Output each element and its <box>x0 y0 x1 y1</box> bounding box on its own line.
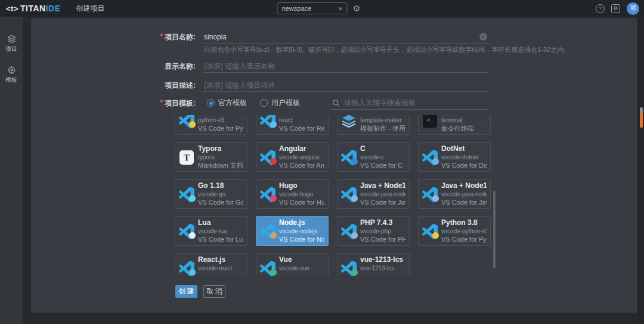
template-grid-scrollbar-thumb[interactable] <box>493 191 496 269</box>
template-grid-inner: python-v3VS Code for PythonreactVS Code … <box>175 115 493 276</box>
template-desc: VS Code for DotNet <box>441 161 487 170</box>
template-title: PHP 7.4.3 <box>360 218 405 227</box>
vscode-nodejs-icon <box>260 224 275 239</box>
template-name: vscode-go <box>198 190 243 198</box>
template-title: Node.js <box>279 218 324 227</box>
vscode-java-icon <box>422 187 438 202</box>
template-search <box>331 97 489 110</box>
workspace-gear-icon[interactable]: ⚙ <box>353 4 361 13</box>
project-name-hint: 只能包含小写字母[a-z]、数字[0-9]、破折号[-]，必须以小写字母开头，必… <box>204 45 570 54</box>
template-card[interactable]: >_terminal命令行终端 <box>418 115 491 135</box>
template-desc <box>279 272 324 276</box>
radio-user-template[interactable]: 用户模板 <box>260 98 300 108</box>
display-name-label: 显示名称: <box>120 61 196 72</box>
project-name-row: * 项目名称: × <box>31 30 637 44</box>
template-card[interactable]: Luavscode-luaVS Code for Lua <box>175 216 247 246</box>
template-name: vscode-java-node16 <box>441 190 487 198</box>
template-card[interactable]: Angularvscode-angularVS Code for Angular <box>256 142 329 172</box>
radio-unselected-icon <box>260 99 268 107</box>
template-name: vscode-nodejs <box>279 227 324 235</box>
template-desc: VS Code for Go 1.18 <box>198 198 243 207</box>
template-card[interactable]: PHP 7.4.3vscode-phpVS Code for PHP <box>337 216 410 246</box>
template-card[interactable]: React.jsvscode-react <box>175 253 247 276</box>
template-title: Java + Node16 <box>441 181 487 190</box>
template-desc: VS Code for React.js <box>279 124 324 133</box>
vscode-dotnet-icon <box>422 150 438 165</box>
project-name-label: * 项目名称: <box>120 32 196 42</box>
template-card[interactable]: reactVS Code for React.js <box>256 115 329 135</box>
template-title: C <box>360 144 405 153</box>
project-name-input[interactable] <box>203 30 489 44</box>
vscode-lua-icon <box>179 224 194 239</box>
help-icon[interactable]: ? <box>596 4 605 13</box>
window-scrollbar-thumb[interactable] <box>640 107 643 113</box>
template-desc: VS Code for Python <box>198 124 243 133</box>
template-title: Python 3.8 <box>441 218 487 227</box>
avatar[interactable]: 邓 <box>627 2 639 15</box>
project-template-label: * 项目模板: <box>120 98 196 109</box>
required-asterisk: * <box>160 32 163 42</box>
sidebar-item-templates[interactable]: 模板 <box>0 63 23 86</box>
window-scrollbar-track[interactable] <box>638 17 644 324</box>
template-desc: VS Code for Node.js <box>279 235 324 244</box>
template-desc: VS Code for Angular <box>279 161 324 170</box>
workspace-select[interactable]: newspace ∨ <box>277 2 348 14</box>
clear-icon[interactable]: × <box>479 33 487 41</box>
sidebar-item-label: 项目 <box>5 45 17 53</box>
template-name: vscode-angular <box>279 153 324 161</box>
template-name: vscode-vue <box>279 264 324 272</box>
template-card[interactable]: Java + Node10vscode-java-node10VS Code f… <box>337 179 410 209</box>
template-name: vscode-lua <box>198 227 243 235</box>
template-name: vscode-hugo <box>279 190 324 198</box>
template-title: vue-1213-lcs <box>360 255 405 264</box>
template-card[interactable]: template-maker模板制作 - 使用 Tem... <box>337 115 410 135</box>
topbar-right: ? ⚙ 邓 <box>596 0 639 17</box>
template-card[interactable]: TTyporatyporaMarkdown 文档编写... <box>175 142 247 172</box>
template-name: vscode-php <box>360 227 405 235</box>
template-card[interactable]: Hugovscode-hugoVS Code for Hugo <box>256 179 329 209</box>
cancel-button[interactable]: 取消 <box>203 285 225 298</box>
template-card[interactable]: python-v3VS Code for Python <box>175 115 247 135</box>
workspace-select-value: newspace <box>282 5 339 12</box>
sidebar-item-projects[interactable]: 项目 <box>0 32 23 55</box>
display-name-row: 显示名称: <box>31 60 637 73</box>
template-card[interactable]: vue-1213-lcsvue-1213-lcs <box>337 253 410 276</box>
template-card[interactable]: Python 3.8vscode-python-v3VS Code for Py… <box>418 216 491 246</box>
template-card[interactable]: Java + Node16vscode-java-node16VS Code f… <box>418 179 491 209</box>
template-name: typora <box>198 153 243 161</box>
template-title: React.js <box>198 255 243 264</box>
page-title: 创建项目 <box>76 4 105 14</box>
template-card[interactable]: Node.jsvscode-nodejsVS Code for Node.js <box>256 216 329 246</box>
logo-bracket-icon: <t> <box>6 4 18 13</box>
terminal-icon: >_ <box>422 115 438 128</box>
template-desc: VS Code for Hugo <box>279 198 324 207</box>
template-card[interactable]: Vuevscode-vue <box>256 253 329 276</box>
create-button[interactable]: 创建 <box>175 285 197 298</box>
template-title: Vue <box>279 255 324 264</box>
template-card[interactable]: Cvscode-cVS Code for C <box>337 142 410 172</box>
project-description-row: 项目描述: <box>31 79 637 92</box>
sidebar: 项目 模板 <box>0 17 23 324</box>
settings-square-icon[interactable]: ⚙ <box>611 4 620 13</box>
radio-official-template[interactable]: 官方模板 <box>207 98 247 108</box>
template-search-input[interactable] <box>343 97 489 109</box>
layers-icon <box>7 35 16 44</box>
template-desc: 命令行终端 <box>441 124 487 133</box>
template-title: Hugo <box>279 181 324 190</box>
template-card[interactable]: Go 1.18vscode-goVS Code for Go 1.18 <box>175 179 247 209</box>
search-icon <box>332 99 340 107</box>
vscode-c-icon <box>341 150 357 165</box>
template-desc: VS Code for Java + ... <box>441 198 487 207</box>
vscode-java-icon <box>341 187 357 202</box>
template-name: vscode-java-node10 <box>360 190 405 198</box>
radio-selected-icon <box>207 99 215 107</box>
template-desc <box>360 272 405 276</box>
vscode-react-icon <box>179 261 194 276</box>
sidebar-item-label: 模板 <box>5 76 17 84</box>
template-name: template-maker <box>360 116 405 124</box>
display-name-input[interactable] <box>203 60 489 73</box>
window-scrollbar-thumb-highlight[interactable] <box>640 113 643 128</box>
template-desc: Markdown 文档编写... <box>198 161 243 170</box>
template-card[interactable]: DotNetvscode-dotnetVS Code for DotNet <box>418 142 491 172</box>
project-description-input[interactable] <box>203 79 489 92</box>
